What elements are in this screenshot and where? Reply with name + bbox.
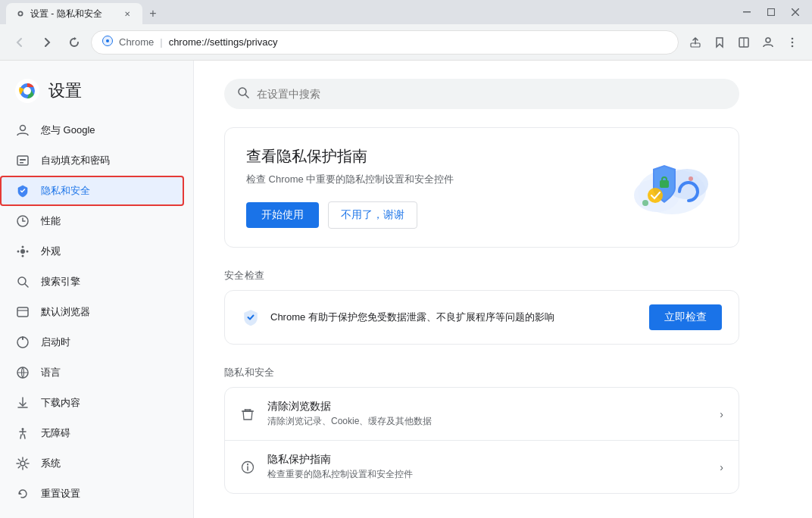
main-layout: 设置 您与 Google 自动填充和密码 隐私和安全 <box>0 61 812 518</box>
start-button[interactable]: 开始使用 <box>246 202 319 228</box>
clear-data-desc: 清除浏览记录、Cookie、缓存及其他数据 <box>267 415 707 428</box>
guide-card-content: 查看隐私保护指南 检查 Chrome 中重要的隐私控制设置和安全控件 开始使用 … <box>246 146 454 229</box>
svg-point-28 <box>17 251 20 253</box>
addressbar: Chrome | chrome://settings/privacy <box>0 24 812 61</box>
privacy-icon <box>15 183 30 198</box>
share-button[interactable] <box>685 32 706 53</box>
guide-card-title: 查看隐私保护指南 <box>246 146 454 167</box>
close-button[interactable] <box>785 5 806 20</box>
chrome-logo <box>15 79 39 103</box>
sidebar-item-search[interactable]: 搜索引擎 <box>0 267 187 297</box>
chevron-right-icon-2: › <box>720 461 723 473</box>
sidebar-item-system[interactable]: 系统 <box>0 448 187 479</box>
guide-card-description: 检查 Chrome 中重要的隐私控制设置和安全控件 <box>246 173 454 186</box>
search-engine-icon <box>15 274 30 289</box>
svg-point-20 <box>20 126 26 131</box>
sidebar-item-google[interactable]: 您与 Google <box>0 115 187 145</box>
sidebar-item-label: 外观 <box>41 245 61 258</box>
svg-rect-23 <box>20 162 23 164</box>
performance-icon <box>15 214 30 229</box>
svg-marker-6 <box>74 37 77 40</box>
sidebar-item-label: 启动时 <box>41 335 70 349</box>
svg-point-41 <box>20 461 25 466</box>
sidebar: 设置 您与 Google 自动填充和密码 隐私和安全 <box>0 61 194 518</box>
sidebar-item-performance[interactable]: 性能 <box>0 206 187 236</box>
profile-button[interactable] <box>757 32 779 53</box>
sidebar-item-label: 无障碍 <box>41 426 70 440</box>
trash-icon <box>240 407 255 422</box>
titlebar: 设置 - 隐私和安全 ✕ + <box>0 0 812 24</box>
sidebar-item-privacy[interactable]: 隐私和安全 <box>0 176 184 206</box>
new-tab-button[interactable]: + <box>142 3 164 24</box>
guide-illustration <box>611 150 717 226</box>
search-bar[interactable] <box>224 79 739 109</box>
privacy-item-clear-data[interactable]: 清除浏览数据 清除浏览记录、Cookie、缓存及其他数据 › <box>225 388 739 441</box>
back-button[interactable] <box>9 32 30 53</box>
svg-marker-10 <box>717 38 723 47</box>
sidebar-title: 设置 <box>48 80 82 102</box>
sidebar-nav: 您与 Google 自动填充和密码 隐私和安全 性能 <box>0 115 193 509</box>
omnibox-url: chrome://settings/privacy <box>169 36 278 48</box>
sidebar-item-label: 下载内容 <box>41 396 80 410</box>
clear-data-content: 清除浏览数据 清除浏览记录、Cookie、缓存及其他数据 <box>267 400 707 428</box>
svg-point-52 <box>689 176 693 181</box>
svg-rect-2 <box>743 11 751 13</box>
autofill-icon <box>15 153 30 168</box>
omnibox[interactable]: Chrome | chrome://settings/privacy <box>91 30 679 55</box>
privacy-section-title: 隐私和安全 <box>224 366 739 379</box>
svg-line-44 <box>245 95 248 98</box>
sidebar-item-startup[interactable]: 启动时 <box>0 327 187 357</box>
split-view-button[interactable] <box>733 32 754 53</box>
sidebar-item-reset[interactable]: 重置设置 <box>0 479 187 509</box>
svg-point-16 <box>792 45 794 47</box>
sidebar-item-label: 隐私和安全 <box>41 184 90 198</box>
privacy-guide-title: 隐私保护指南 <box>267 453 707 467</box>
safety-card-left: Chrome 有助于保护您免受数据泄露、不良扩展程序等问题的影响 <box>242 308 554 326</box>
search-input[interactable] <box>257 88 726 100</box>
system-icon <box>15 456 30 471</box>
svg-rect-3 <box>768 9 775 16</box>
sidebar-item-autofill[interactable]: 自动填充和密码 <box>0 145 187 176</box>
sidebar-item-label: 语言 <box>41 366 61 379</box>
dismiss-button[interactable]: 不用了，谢谢 <box>328 201 417 229</box>
forward-button[interactable] <box>36 32 58 53</box>
default-browser-icon <box>15 304 30 320</box>
sidebar-item-appearance[interactable]: 外观 <box>0 236 187 267</box>
sidebar-item-label: 系统 <box>41 457 61 470</box>
sidebar-item-default-browser[interactable]: 默认浏览器 <box>0 297 187 327</box>
check-now-button[interactable]: 立即检查 <box>649 304 722 330</box>
restore-button[interactable] <box>760 5 782 20</box>
tab-favicon <box>15 8 26 19</box>
chevron-right-icon: › <box>720 408 723 420</box>
tab-close-btn[interactable]: ✕ <box>121 8 133 20</box>
sidebar-item-label: 重置设置 <box>41 487 80 501</box>
refresh-button[interactable] <box>64 32 85 53</box>
svg-point-13 <box>766 38 770 42</box>
sidebar-item-accessibility[interactable]: 无障碍 <box>0 418 187 448</box>
sidebar-item-language[interactable]: 语言 <box>0 357 187 388</box>
sidebar-item-label: 您与 Google <box>41 123 95 137</box>
clear-data-title: 清除浏览数据 <box>267 400 707 413</box>
tab-title: 设置 - 隐私和安全 <box>30 8 102 20</box>
svg-point-15 <box>792 41 794 43</box>
sidebar-item-downloads[interactable]: 下载内容 <box>0 388 187 418</box>
guide-card: 查看隐私保护指南 检查 Chrome 中重要的隐私控制设置和安全控件 开始使用 … <box>224 127 739 248</box>
bookmark-button[interactable] <box>709 32 730 53</box>
guide-card-actions: 开始使用 不用了，谢谢 <box>246 201 454 229</box>
appearance-icon <box>15 244 30 259</box>
menu-button[interactable] <box>782 32 803 53</box>
sidebar-item-label: 自动填充和密码 <box>41 154 110 167</box>
svg-point-51 <box>642 200 648 206</box>
privacy-item-guide[interactable]: 隐私保护指南 检查重要的隐私控制设置和安全控件 › <box>225 441 739 493</box>
google-icon <box>15 123 30 138</box>
active-tab[interactable]: 设置 - 隐私和安全 ✕ <box>6 3 142 24</box>
svg-point-26 <box>22 246 24 248</box>
reset-icon <box>15 486 30 501</box>
accessibility-icon <box>15 426 30 441</box>
privacy-guide-desc: 检查重要的隐私控制设置和安全控件 <box>267 468 707 481</box>
svg-line-31 <box>25 284 28 287</box>
safety-shield-icon <box>242 308 260 326</box>
minimize-button[interactable] <box>736 5 757 20</box>
svg-point-25 <box>20 249 25 254</box>
svg-point-8 <box>106 39 109 42</box>
